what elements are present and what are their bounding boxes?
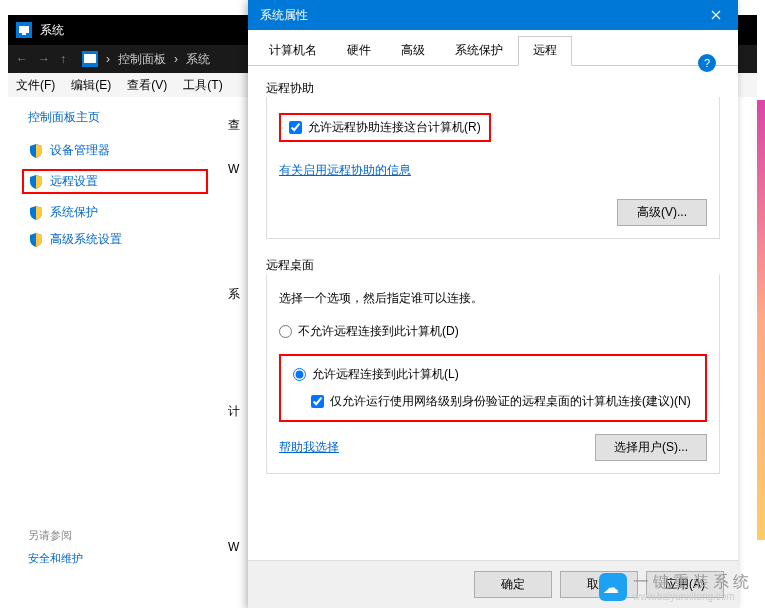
dialog-body: 远程协助 允许远程协助连接这台计算机(R) 有关启用远程协助的信息 高级(V).…	[248, 66, 738, 560]
breadcrumb-1[interactable]: 控制面板	[118, 51, 166, 68]
sidebar-item-label: 高级系统设置	[50, 231, 122, 248]
sidebar-item-remote-settings[interactable]: 远程设置	[22, 169, 208, 194]
tab-hardware[interactable]: 硬件	[332, 36, 386, 65]
tab-computer-name[interactable]: 计算机名	[254, 36, 332, 65]
breadcrumb-2[interactable]: 系统	[186, 51, 210, 68]
svg-rect-4	[84, 54, 96, 63]
system-icon	[16, 22, 32, 38]
tab-remote[interactable]: 远程	[518, 36, 572, 66]
dialog-titlebar: 系统属性	[248, 0, 738, 30]
nla-input[interactable]	[311, 395, 324, 408]
close-icon	[711, 10, 721, 20]
bg-sidebar: 控制面板主页 设备管理器 远程设置 系统保护 高级系统设置 另请参阅 安全和维护	[8, 97, 228, 584]
allow-remote-input[interactable]	[293, 368, 306, 381]
menu-edit[interactable]: 编辑(E)	[71, 77, 111, 94]
sidebar-item-device-manager[interactable]: 设备管理器	[28, 142, 208, 159]
help-icon[interactable]: ?	[698, 54, 716, 72]
advanced-button[interactable]: 高级(V)...	[617, 199, 707, 226]
allow-remote-radio[interactable]: 允许远程连接到此计算机(L)	[293, 366, 693, 383]
shield-icon	[28, 174, 44, 190]
sidebar-item-label: 远程设置	[50, 173, 98, 190]
up-arrow-icon[interactable]: ↑	[60, 52, 74, 66]
tab-advanced[interactable]: 高级	[386, 36, 440, 65]
svg-rect-1	[19, 26, 29, 33]
help-me-choose-link[interactable]: 帮助我选择	[279, 439, 339, 456]
path-icon	[82, 51, 98, 67]
disallow-remote-input[interactable]	[279, 325, 292, 338]
sidebar-item-label: 设备管理器	[50, 142, 110, 159]
forward-arrow-icon[interactable]: →	[38, 52, 52, 66]
related-title: 另请参阅	[28, 528, 208, 543]
right-edge-decoration	[757, 100, 765, 540]
related-link[interactable]: 安全和维护	[28, 551, 208, 566]
remote-assist-info-link[interactable]: 有关启用远程协助的信息	[279, 162, 411, 179]
dialog-tabs: 计算机名 硬件 高级 系统保护 远程	[248, 30, 738, 66]
shield-icon	[28, 232, 44, 248]
menu-file[interactable]: 文件(F)	[16, 77, 55, 94]
remote-assist-section: 允许远程协助连接这台计算机(R) 有关启用远程协助的信息 高级(V)...	[266, 97, 720, 239]
sidebar-item-advanced-settings[interactable]: 高级系统设置	[28, 231, 208, 248]
sidebar-item-label: 系统保护	[50, 204, 98, 221]
shield-icon	[28, 143, 44, 159]
svg-rect-2	[22, 33, 26, 35]
shield-icon	[28, 205, 44, 221]
menu-view[interactable]: 查看(V)	[127, 77, 167, 94]
disallow-remote-radio[interactable]: 不允许远程连接到此计算机(D)	[279, 323, 707, 340]
sidebar-title[interactable]: 控制面板主页	[28, 109, 208, 126]
tab-system-protection[interactable]: 系统保护	[440, 36, 518, 65]
remote-assist-label: 远程协助	[266, 80, 720, 97]
ok-button[interactable]: 确定	[474, 571, 552, 598]
dialog-title: 系统属性	[260, 7, 308, 24]
remote-desktop-label: 远程桌面	[266, 257, 720, 274]
watermark-icon: ☁	[599, 573, 627, 601]
remote-desktop-section: 选择一个选项，然后指定谁可以连接。 不允许远程连接到此计算机(D) 允许远程连接…	[266, 274, 720, 474]
select-users-button[interactable]: 选择用户(S)...	[595, 434, 707, 461]
menu-tools[interactable]: 工具(T)	[183, 77, 222, 94]
back-arrow-icon[interactable]: ←	[16, 52, 30, 66]
sidebar-item-system-protection[interactable]: 系统保护	[28, 204, 208, 221]
close-button[interactable]	[693, 0, 738, 30]
bg-title: 系统	[40, 22, 64, 39]
allow-remote-assist-checkbox[interactable]: 允许远程协助连接这台计算机(R)	[289, 119, 481, 136]
watermark: ☁ 一键重装系统 www.baiyunxitong.com	[599, 572, 753, 602]
allow-remote-assist-input[interactable]	[289, 121, 302, 134]
nla-checkbox[interactable]: 仅允许运行使用网络级别身份验证的远程桌面的计算机连接(建议)(N)	[311, 393, 693, 410]
system-properties-dialog: 系统属性 计算机名 硬件 高级 系统保护 远程 ? 远程协助 允许远程协助连接这…	[248, 0, 738, 608]
remote-desktop-desc: 选择一个选项，然后指定谁可以连接。	[279, 290, 707, 307]
